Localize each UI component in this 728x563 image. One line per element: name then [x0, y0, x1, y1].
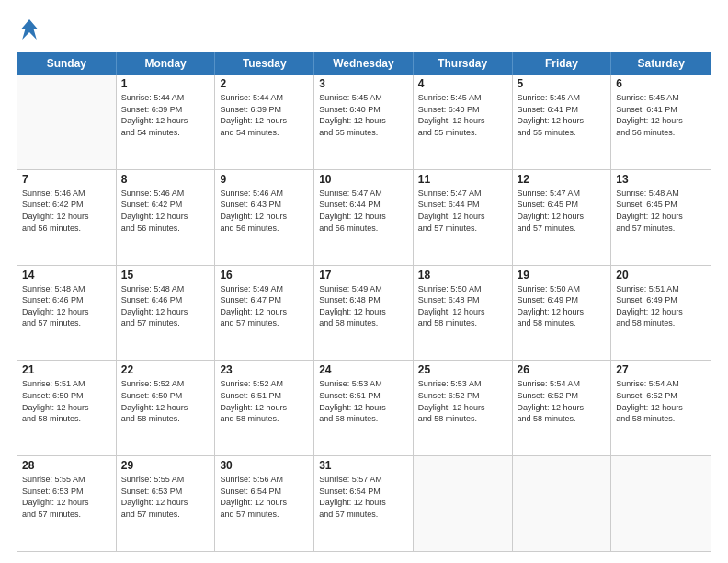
- day-info: Sunrise: 5:52 AM Sunset: 6:50 PM Dayligh…: [121, 378, 210, 424]
- cal-cell: 30Sunrise: 5:56 AM Sunset: 6:54 PM Dayli…: [215, 456, 314, 551]
- cal-cell: 10Sunrise: 5:47 AM Sunset: 6:44 PM Dayli…: [314, 170, 414, 265]
- cal-cell: 29Sunrise: 5:55 AM Sunset: 6:53 PM Dayli…: [117, 456, 216, 551]
- cal-cell: 20Sunrise: 5:51 AM Sunset: 6:49 PM Dayli…: [611, 266, 711, 361]
- day-info: Sunrise: 5:45 AM Sunset: 6:41 PM Dayligh…: [616, 92, 706, 138]
- cal-cell: 11Sunrise: 5:47 AM Sunset: 6:44 PM Dayli…: [414, 170, 513, 265]
- cal-cell: 16Sunrise: 5:49 AM Sunset: 6:47 PM Dayli…: [215, 266, 314, 361]
- cal-cell: 28Sunrise: 5:55 AM Sunset: 6:53 PM Dayli…: [17, 456, 117, 551]
- cal-cell: 1Sunrise: 5:44 AM Sunset: 6:39 PM Daylig…: [117, 75, 216, 169]
- cal-cell: 23Sunrise: 5:52 AM Sunset: 6:51 PM Dayli…: [215, 361, 314, 455]
- logo: [17, 17, 46, 42]
- day-info: Sunrise: 5:45 AM Sunset: 6:40 PM Dayligh…: [418, 92, 507, 138]
- day-number: 9: [220, 173, 309, 186]
- day-number: 3: [319, 77, 408, 90]
- cal-cell: [611, 456, 711, 551]
- day-number: 15: [121, 269, 210, 282]
- day-info: Sunrise: 5:49 AM Sunset: 6:48 PM Dayligh…: [319, 283, 408, 329]
- cal-cell: 17Sunrise: 5:49 AM Sunset: 6:48 PM Dayli…: [314, 266, 414, 361]
- calendar-header: SundayMondayTuesdayWednesdayThursdayFrid…: [17, 52, 711, 75]
- header-day-saturday: Saturday: [611, 52, 711, 75]
- day-number: 18: [418, 269, 507, 282]
- cal-cell: 6Sunrise: 5:45 AM Sunset: 6:41 PM Daylig…: [611, 75, 711, 169]
- cal-cell: 7Sunrise: 5:46 AM Sunset: 6:42 PM Daylig…: [17, 170, 117, 265]
- day-info: Sunrise: 5:57 AM Sunset: 6:54 PM Dayligh…: [319, 474, 408, 520]
- cal-cell: 19Sunrise: 5:50 AM Sunset: 6:49 PM Dayli…: [513, 266, 612, 361]
- day-info: Sunrise: 5:49 AM Sunset: 6:47 PM Dayligh…: [220, 283, 309, 329]
- cal-cell: 13Sunrise: 5:48 AM Sunset: 6:45 PM Dayli…: [611, 170, 711, 265]
- day-number: 2: [220, 77, 309, 90]
- logo-icon: [17, 17, 42, 42]
- day-number: 29: [121, 459, 210, 472]
- page: SundayMondayTuesdayWednesdayThursdayFrid…: [0, 0, 728, 563]
- day-number: 24: [319, 363, 408, 376]
- day-info: Sunrise: 5:48 AM Sunset: 6:46 PM Dayligh…: [22, 283, 111, 329]
- cal-cell: 31Sunrise: 5:57 AM Sunset: 6:54 PM Dayli…: [314, 456, 414, 551]
- day-number: 4: [418, 77, 507, 90]
- day-info: Sunrise: 5:46 AM Sunset: 6:42 PM Dayligh…: [121, 188, 210, 234]
- cal-cell: 5Sunrise: 5:45 AM Sunset: 6:41 PM Daylig…: [513, 75, 612, 169]
- day-info: Sunrise: 5:50 AM Sunset: 6:49 PM Dayligh…: [518, 283, 607, 329]
- day-info: Sunrise: 5:54 AM Sunset: 6:52 PM Dayligh…: [518, 378, 607, 424]
- day-number: 8: [121, 173, 210, 186]
- day-number: 1: [121, 77, 210, 90]
- day-number: 5: [518, 77, 607, 90]
- day-number: 17: [319, 269, 408, 282]
- cal-cell: 24Sunrise: 5:53 AM Sunset: 6:51 PM Dayli…: [314, 361, 414, 455]
- day-number: 20: [616, 269, 706, 282]
- day-info: Sunrise: 5:44 AM Sunset: 6:39 PM Dayligh…: [121, 92, 210, 138]
- day-number: 27: [616, 363, 706, 376]
- week-row-3: 14Sunrise: 5:48 AM Sunset: 6:46 PM Dayli…: [17, 266, 711, 362]
- day-number: 11: [418, 173, 507, 186]
- day-number: 19: [518, 269, 607, 282]
- day-number: 16: [220, 269, 309, 282]
- day-info: Sunrise: 5:46 AM Sunset: 6:43 PM Dayligh…: [220, 188, 309, 234]
- day-info: Sunrise: 5:53 AM Sunset: 6:52 PM Dayligh…: [418, 378, 507, 424]
- calendar-body: 1Sunrise: 5:44 AM Sunset: 6:39 PM Daylig…: [17, 75, 711, 551]
- cal-cell: 27Sunrise: 5:54 AM Sunset: 6:52 PM Dayli…: [611, 361, 711, 455]
- day-number: 13: [616, 173, 706, 186]
- header: [17, 17, 711, 42]
- day-info: Sunrise: 5:48 AM Sunset: 6:46 PM Dayligh…: [121, 283, 210, 329]
- day-info: Sunrise: 5:50 AM Sunset: 6:48 PM Dayligh…: [418, 283, 507, 329]
- day-number: 7: [22, 173, 111, 186]
- day-info: Sunrise: 5:54 AM Sunset: 6:52 PM Dayligh…: [616, 378, 706, 424]
- day-number: 30: [220, 459, 309, 472]
- cal-cell: 18Sunrise: 5:50 AM Sunset: 6:48 PM Dayli…: [414, 266, 513, 361]
- day-number: 28: [22, 459, 111, 472]
- day-number: 12: [518, 173, 607, 186]
- day-info: Sunrise: 5:47 AM Sunset: 6:45 PM Dayligh…: [518, 188, 607, 234]
- cal-cell: [17, 75, 117, 169]
- header-day-sunday: Sunday: [17, 52, 117, 75]
- day-info: Sunrise: 5:45 AM Sunset: 6:40 PM Dayligh…: [319, 92, 408, 138]
- day-info: Sunrise: 5:51 AM Sunset: 6:49 PM Dayligh…: [616, 283, 706, 329]
- day-number: 25: [418, 363, 507, 376]
- header-day-monday: Monday: [117, 52, 216, 75]
- cal-cell: 3Sunrise: 5:45 AM Sunset: 6:40 PM Daylig…: [314, 75, 414, 169]
- cal-cell: 9Sunrise: 5:46 AM Sunset: 6:43 PM Daylig…: [215, 170, 314, 265]
- day-number: 14: [22, 269, 111, 282]
- day-info: Sunrise: 5:55 AM Sunset: 6:53 PM Dayligh…: [121, 474, 210, 520]
- day-number: 6: [616, 77, 706, 90]
- cal-cell: 25Sunrise: 5:53 AM Sunset: 6:52 PM Dayli…: [414, 361, 513, 455]
- day-info: Sunrise: 5:47 AM Sunset: 6:44 PM Dayligh…: [418, 188, 507, 234]
- week-row-2: 7Sunrise: 5:46 AM Sunset: 6:42 PM Daylig…: [17, 170, 711, 266]
- day-info: Sunrise: 5:53 AM Sunset: 6:51 PM Dayligh…: [319, 378, 408, 424]
- cal-cell: 8Sunrise: 5:46 AM Sunset: 6:42 PM Daylig…: [117, 170, 216, 265]
- header-day-wednesday: Wednesday: [314, 52, 414, 75]
- day-number: 23: [220, 363, 309, 376]
- cal-cell: 12Sunrise: 5:47 AM Sunset: 6:45 PM Dayli…: [513, 170, 612, 265]
- day-info: Sunrise: 5:51 AM Sunset: 6:50 PM Dayligh…: [22, 378, 111, 424]
- day-number: 22: [121, 363, 210, 376]
- calendar: SundayMondayTuesdayWednesdayThursdayFrid…: [17, 52, 711, 552]
- cal-cell: 26Sunrise: 5:54 AM Sunset: 6:52 PM Dayli…: [513, 361, 612, 455]
- week-row-4: 21Sunrise: 5:51 AM Sunset: 6:50 PM Dayli…: [17, 361, 711, 456]
- day-info: Sunrise: 5:47 AM Sunset: 6:44 PM Dayligh…: [319, 188, 408, 234]
- cal-cell: [414, 456, 513, 551]
- cal-cell: 15Sunrise: 5:48 AM Sunset: 6:46 PM Dayli…: [117, 266, 216, 361]
- header-day-tuesday: Tuesday: [215, 52, 314, 75]
- day-info: Sunrise: 5:46 AM Sunset: 6:42 PM Dayligh…: [22, 188, 111, 234]
- cal-cell: 22Sunrise: 5:52 AM Sunset: 6:50 PM Dayli…: [117, 361, 216, 455]
- day-number: 26: [518, 363, 607, 376]
- cal-cell: 4Sunrise: 5:45 AM Sunset: 6:40 PM Daylig…: [414, 75, 513, 169]
- header-day-friday: Friday: [513, 52, 612, 75]
